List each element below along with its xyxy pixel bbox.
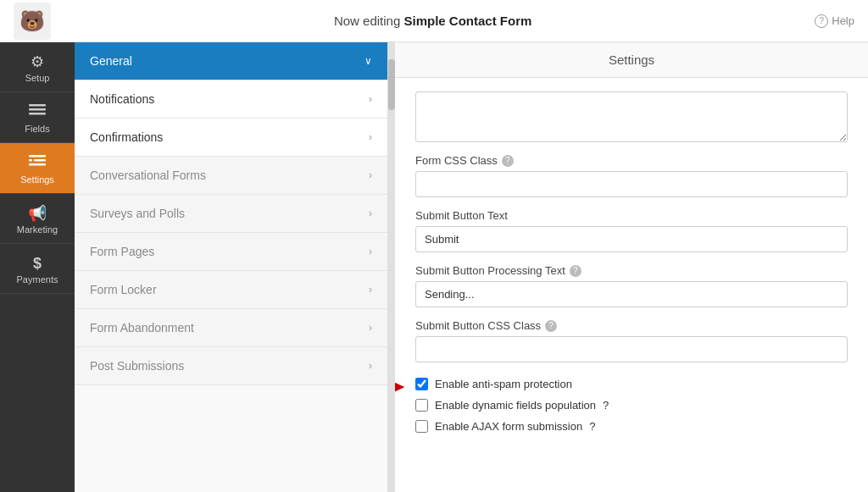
help-icon-css-class[interactable]: ? [502,155,514,167]
submenu-item-notifications[interactable]: Notifications › [75,80,387,119]
settings-header: Settings [395,42,868,78]
setup-icon: ⚙ [31,54,44,69]
input-processing-text[interactable] [415,281,848,307]
settings-panel: Settings Form CSS Class ? Submit Button … [395,42,868,492]
label-submit-css: Submit Button CSS Class ? [415,319,848,332]
label-submit-text: Submit Button Text [415,209,848,222]
label-antispam[interactable]: Enable anti-spam protection [435,378,572,390]
label-dynamic[interactable]: Enable dynamic fields population [435,399,596,412]
marketing-icon: 📢 [28,206,47,221]
sub-menu: General ∨ Notifications › Confirmations … [75,42,388,492]
submenu-item-conversational[interactable]: Conversational Forms › [75,157,387,195]
label-css-class: Form CSS Class ? [415,154,848,167]
svg-rect-4 [34,159,46,162]
label-processing-text: Submit Button Processing Text ? [415,264,848,277]
top-bar: 🐻 Now editing Simple Contact Form ? Help [0,0,868,42]
help-button[interactable]: ? Help [815,14,854,28]
svg-rect-3 [29,155,46,158]
input-submit-css[interactable] [415,336,848,362]
chevron-right-icon: › [369,246,372,257]
checkbox-antispam-group: Enable anti-spam protection [415,378,848,390]
svg-rect-0 [29,104,46,107]
sidebar-item-payments[interactable]: $ Payments [0,244,75,294]
chevron-down-icon: ∨ [364,55,372,67]
svg-rect-1 [29,108,46,111]
submenu-item-general[interactable]: General ∨ [75,42,387,80]
chevron-right-icon: › [369,169,372,181]
chevron-right-icon: › [369,207,372,219]
scrollbar-thumb[interactable] [388,59,395,110]
svg-rect-6 [29,163,46,166]
submenu-item-confirmations[interactable]: Confirmations › [75,119,387,157]
icon-nav: ⚙ Setup Fields Settin [0,42,75,492]
field-group-submit-text: Submit Button Text [415,209,848,252]
checkbox-ajax-group: Enable AJAX form submission ? [415,420,848,433]
page-title: Now editing Simple Contact Form [51,14,815,28]
settings-icon [29,155,46,171]
field-group-css-class: Form CSS Class ? [415,154,848,197]
sidebar-item-marketing[interactable]: 📢 Marketing [0,194,75,244]
help-icon-submit-css[interactable]: ? [545,320,557,332]
field-group-processing-text: Submit Button Processing Text ? [415,264,848,307]
field-group-submit-css: Submit Button CSS Class ? [415,319,848,362]
settings-body: Form CSS Class ? Submit Button Text Subm… [395,78,868,446]
submenu-item-form-pages[interactable]: Form Pages › [75,233,387,271]
checkbox-antispam[interactable] [415,378,428,390]
help-icon-processing-text[interactable]: ? [570,265,581,277]
checkbox-ajax[interactable] [415,420,428,433]
field-group-textarea [415,91,848,142]
submenu-item-form-abandonment[interactable]: Form Abandonment › [75,309,387,347]
sub-menu-wrapper: General ∨ Notifications › Confirmations … [75,42,395,492]
input-css-class[interactable] [415,171,848,197]
label-ajax[interactable]: Enable AJAX form submission [435,420,582,433]
help-icon-dynamic[interactable]: ? [603,399,609,412]
submenu-item-form-locker[interactable]: Form Locker › [75,271,387,309]
red-arrow-indicator: ➤ [395,376,405,398]
chevron-right-icon: › [369,131,372,143]
help-icon: ? [815,14,828,28]
chevron-right-icon: › [369,360,372,372]
submenu-item-surveys[interactable]: Surveys and Polls › [75,195,387,233]
chevron-right-icon: › [369,322,372,334]
sidebar-item-setup[interactable]: ⚙ Setup [0,42,75,92]
antispam-row: ➤ Enable anti-spam protection [415,378,848,390]
checkbox-dynamic[interactable] [415,399,428,412]
scrollbar-track[interactable] [388,42,395,492]
sidebar-item-settings[interactable]: Settings [0,143,75,194]
logo: 🐻 [14,3,51,40]
main-layout: ⚙ Setup Fields Settin [0,42,868,492]
svg-rect-2 [29,113,46,115]
logo-image: 🐻 [14,3,51,40]
svg-rect-5 [29,159,32,162]
textarea-field[interactable] [415,91,848,142]
sidebar-item-fields[interactable]: Fields [0,92,75,143]
checkboxes-group: ➤ Enable anti-spam protection Enable dyn… [415,378,848,433]
fields-icon [29,104,46,120]
chevron-right-icon: › [369,284,372,296]
checkbox-dynamic-group: Enable dynamic fields population ? [415,399,848,412]
help-icon-ajax[interactable]: ? [589,420,595,433]
payments-icon: $ [33,256,42,271]
chevron-right-icon: › [369,93,372,105]
input-submit-text[interactable] [415,226,848,252]
submenu-item-post-submissions[interactable]: Post Submissions › [75,347,387,385]
